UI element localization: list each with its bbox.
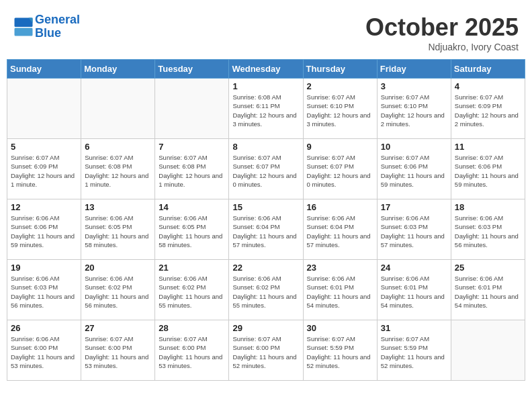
- day-info: Sunrise: 6:06 AM Sunset: 6:04 PM Dayligh…: [232, 214, 299, 249]
- day-info: Sunrise: 6:06 AM Sunset: 6:02 PM Dayligh…: [85, 274, 151, 310]
- day-number: 15: [232, 202, 299, 212]
- day-info: Sunrise: 6:07 AM Sunset: 5:59 PM Dayligh…: [381, 334, 447, 370]
- calendar-cell: 19Sunrise: 6:06 AM Sunset: 6:03 PM Dayli…: [7, 260, 81, 320]
- calendar-cell: 16Sunrise: 6:06 AM Sunset: 6:04 PM Dayli…: [303, 199, 377, 260]
- page-header: General Blue October 2025 Ndjuakro, Ivor…: [7, 7, 525, 56]
- day-number: 8: [232, 142, 299, 152]
- weekday-header: Wednesday: [229, 60, 303, 79]
- day-number: 22: [232, 263, 299, 273]
- title-block: October 2025 Ndjuakro, Ivory Coast: [365, 13, 519, 52]
- week-row: 5Sunrise: 6:07 AM Sunset: 6:09 PM Daylig…: [7, 139, 525, 199]
- calendar-cell: 4Sunrise: 6:07 AM Sunset: 6:09 PM Daylig…: [451, 79, 525, 139]
- day-number: 27: [85, 323, 151, 333]
- day-info: Sunrise: 6:06 AM Sunset: 6:04 PM Dayligh…: [307, 214, 373, 249]
- calendar-cell: 26Sunrise: 6:06 AM Sunset: 6:00 PM Dayli…: [7, 320, 81, 381]
- day-number: 17: [381, 202, 447, 212]
- day-number: 11: [455, 142, 521, 152]
- calendar: SundayMondayTuesdayWednesdayThursdayFrid…: [7, 59, 525, 381]
- day-number: 14: [159, 202, 225, 212]
- logo-icon: [13, 17, 34, 37]
- location: Ndjuakro, Ivory Coast: [365, 42, 519, 52]
- day-number: 18: [455, 202, 521, 212]
- calendar-cell: 11Sunrise: 6:07 AM Sunset: 6:06 PM Dayli…: [451, 139, 525, 199]
- calendar-cell: 15Sunrise: 6:06 AM Sunset: 6:04 PM Dayli…: [229, 199, 303, 260]
- calendar-cell: 28Sunrise: 6:07 AM Sunset: 6:00 PM Dayli…: [155, 320, 229, 381]
- calendar-cell: 10Sunrise: 6:07 AM Sunset: 6:06 PM Dayli…: [377, 139, 451, 199]
- day-info: Sunrise: 6:07 AM Sunset: 6:00 PM Dayligh…: [232, 334, 299, 370]
- day-number: 6: [85, 142, 151, 152]
- day-info: Sunrise: 6:07 AM Sunset: 6:06 PM Dayligh…: [455, 153, 521, 189]
- day-info: Sunrise: 6:06 AM Sunset: 6:06 PM Dayligh…: [11, 214, 77, 249]
- day-number: 31: [381, 323, 447, 333]
- calendar-cell: 21Sunrise: 6:06 AM Sunset: 6:02 PM Dayli…: [155, 260, 229, 320]
- calendar-cell: 6Sunrise: 6:07 AM Sunset: 6:08 PM Daylig…: [81, 139, 155, 199]
- day-info: Sunrise: 6:06 AM Sunset: 6:03 PM Dayligh…: [455, 214, 521, 249]
- calendar-cell: 23Sunrise: 6:06 AM Sunset: 6:01 PM Dayli…: [303, 260, 377, 320]
- calendar-cell: [81, 79, 155, 139]
- weekday-header: Friday: [377, 60, 451, 79]
- weekday-header: Sunday: [7, 60, 81, 79]
- day-info: Sunrise: 6:06 AM Sunset: 6:01 PM Dayligh…: [381, 274, 447, 310]
- day-info: Sunrise: 6:07 AM Sunset: 5:59 PM Dayligh…: [307, 334, 373, 370]
- day-info: Sunrise: 6:07 AM Sunset: 6:00 PM Dayligh…: [85, 334, 151, 370]
- day-number: 30: [307, 323, 373, 333]
- calendar-cell: 25Sunrise: 6:06 AM Sunset: 6:01 PM Dayli…: [451, 260, 525, 320]
- day-number: 28: [159, 323, 225, 333]
- calendar-cell: 8Sunrise: 6:07 AM Sunset: 6:07 PM Daylig…: [229, 139, 303, 199]
- day-info: Sunrise: 6:06 AM Sunset: 6:03 PM Dayligh…: [381, 214, 447, 249]
- calendar-cell: 7Sunrise: 6:07 AM Sunset: 6:08 PM Daylig…: [155, 139, 229, 199]
- calendar-cell: 27Sunrise: 6:07 AM Sunset: 6:00 PM Dayli…: [81, 320, 155, 381]
- day-info: Sunrise: 6:07 AM Sunset: 6:08 PM Dayligh…: [85, 153, 151, 189]
- calendar-cell: [451, 320, 525, 381]
- day-number: 20: [85, 263, 151, 273]
- calendar-cell: 14Sunrise: 6:06 AM Sunset: 6:05 PM Dayli…: [155, 199, 229, 260]
- day-number: 23: [307, 263, 373, 273]
- week-row: 1Sunrise: 6:08 AM Sunset: 6:11 PM Daylig…: [7, 79, 525, 139]
- calendar-cell: 17Sunrise: 6:06 AM Sunset: 6:03 PM Dayli…: [377, 199, 451, 260]
- calendar-cell: 31Sunrise: 6:07 AM Sunset: 5:59 PM Dayli…: [377, 320, 451, 381]
- day-number: 9: [307, 142, 373, 152]
- day-number: 16: [307, 202, 373, 212]
- calendar-cell: [7, 79, 81, 139]
- day-number: 29: [232, 323, 299, 333]
- weekday-header: Monday: [81, 60, 155, 79]
- day-info: Sunrise: 6:06 AM Sunset: 6:03 PM Dayligh…: [11, 274, 77, 310]
- calendar-cell: 3Sunrise: 6:07 AM Sunset: 6:10 PM Daylig…: [377, 79, 451, 139]
- day-info: Sunrise: 6:07 AM Sunset: 6:07 PM Dayligh…: [232, 153, 299, 189]
- day-number: 12: [11, 202, 77, 212]
- calendar-cell: 29Sunrise: 6:07 AM Sunset: 6:00 PM Dayli…: [229, 320, 303, 381]
- day-info: Sunrise: 6:07 AM Sunset: 6:06 PM Dayligh…: [381, 153, 447, 189]
- calendar-cell: 9Sunrise: 6:07 AM Sunset: 6:07 PM Daylig…: [303, 139, 377, 199]
- day-info: Sunrise: 6:06 AM Sunset: 6:00 PM Dayligh…: [11, 334, 77, 370]
- calendar-cell: 24Sunrise: 6:06 AM Sunset: 6:01 PM Dayli…: [377, 260, 451, 320]
- day-number: 4: [455, 81, 521, 91]
- logo: General Blue: [13, 13, 80, 40]
- day-info: Sunrise: 6:07 AM Sunset: 6:08 PM Dayligh…: [159, 153, 225, 189]
- calendar-cell: [155, 79, 229, 139]
- day-number: 1: [232, 81, 299, 91]
- week-row: 19Sunrise: 6:06 AM Sunset: 6:03 PM Dayli…: [7, 260, 525, 320]
- month-title: October 2025: [365, 13, 519, 42]
- day-number: 7: [159, 142, 225, 152]
- day-info: Sunrise: 6:07 AM Sunset: 6:10 PM Dayligh…: [307, 93, 373, 128]
- day-info: Sunrise: 6:07 AM Sunset: 6:09 PM Dayligh…: [455, 93, 521, 128]
- calendar-cell: 2Sunrise: 6:07 AM Sunset: 6:10 PM Daylig…: [303, 79, 377, 139]
- day-info: Sunrise: 6:06 AM Sunset: 6:02 PM Dayligh…: [232, 274, 299, 310]
- day-info: Sunrise: 6:06 AM Sunset: 6:02 PM Dayligh…: [159, 274, 225, 310]
- day-number: 3: [381, 81, 447, 91]
- day-info: Sunrise: 6:06 AM Sunset: 6:01 PM Dayligh…: [455, 274, 521, 310]
- day-info: Sunrise: 6:08 AM Sunset: 6:11 PM Dayligh…: [232, 93, 299, 128]
- day-number: 24: [381, 263, 447, 273]
- day-info: Sunrise: 6:07 AM Sunset: 6:07 PM Dayligh…: [307, 153, 373, 189]
- day-info: Sunrise: 6:07 AM Sunset: 6:00 PM Dayligh…: [159, 334, 225, 370]
- day-info: Sunrise: 6:07 AM Sunset: 6:10 PM Dayligh…: [381, 93, 447, 128]
- logo-line2: Blue: [35, 27, 80, 40]
- calendar-cell: 5Sunrise: 6:07 AM Sunset: 6:09 PM Daylig…: [7, 139, 81, 199]
- weekday-header-row: SundayMondayTuesdayWednesdayThursdayFrid…: [7, 60, 525, 79]
- svg-rect-2: [15, 28, 33, 36]
- day-number: 10: [381, 142, 447, 152]
- week-row: 12Sunrise: 6:06 AM Sunset: 6:06 PM Dayli…: [7, 199, 525, 260]
- week-row: 26Sunrise: 6:06 AM Sunset: 6:00 PM Dayli…: [7, 320, 525, 381]
- day-number: 21: [159, 263, 225, 273]
- day-number: 13: [85, 202, 151, 212]
